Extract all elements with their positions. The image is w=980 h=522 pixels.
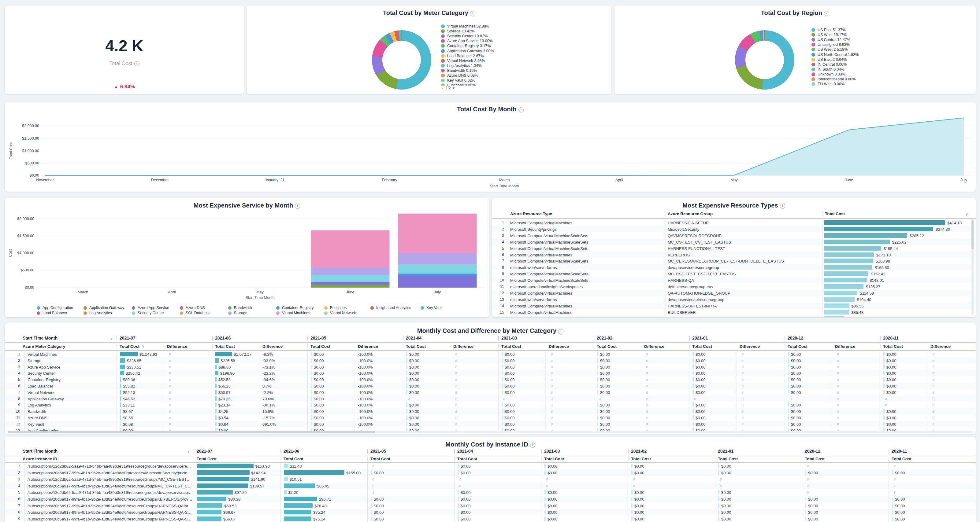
- cost-bar[interactable]: [824, 284, 864, 289]
- cost-bar[interactable]: [824, 303, 849, 308]
- month-header[interactable]: 2021-02: [597, 336, 612, 341]
- bar-segment-storage[interactable]: [398, 253, 477, 265]
- cost-bar[interactable]: [311, 415, 312, 420]
- cost-bar[interactable]: [406, 384, 407, 388]
- cost-bar[interactable]: [502, 377, 503, 382]
- meter-category-cell[interactable]: Container Registry: [27, 378, 113, 382]
- cost-bar[interactable]: [544, 510, 546, 514]
- meter-category-donut[interactable]: [372, 30, 431, 90]
- cost-bar[interactable]: [805, 517, 806, 521]
- resource-group-cell[interactable]: BUILDSERVER: [668, 310, 820, 315]
- legend-item[interactable]: SQL Database: [180, 311, 211, 315]
- legend-item[interactable]: US Central 12.47%: [811, 37, 940, 42]
- cost-bar[interactable]: [311, 422, 312, 426]
- cost-bar[interactable]: [284, 503, 313, 508]
- cost-bar[interactable]: [120, 358, 125, 363]
- cost-bar[interactable]: [805, 497, 806, 501]
- cost-bar[interactable]: [892, 510, 893, 514]
- meter-category-cell[interactable]: Virtual Machines: [27, 352, 113, 357]
- cost-bar[interactable]: [215, 403, 216, 407]
- cost-bar[interactable]: [284, 470, 344, 475]
- month-header[interactable]: 2021-07: [197, 449, 212, 454]
- cost-bar[interactable]: [692, 365, 694, 369]
- legend-item[interactable]: Key Vault: [420, 306, 442, 310]
- cost-bar[interactable]: [371, 517, 372, 521]
- cost-bar[interactable]: [502, 358, 503, 363]
- total-cost-header[interactable]: Total Cost: [788, 344, 808, 349]
- legend-item[interactable]: Azure App Service: [132, 306, 169, 310]
- legend-item[interactable]: US East 2 0.94%: [811, 57, 940, 62]
- cost-bar[interactable]: [805, 470, 806, 475]
- legend-item[interactable]: IN Central 0.06%: [811, 62, 940, 67]
- resource-type-cell[interactable]: Microsoft.Compute/virtualMachines: [510, 291, 663, 295]
- cost-bar[interactable]: [883, 377, 885, 382]
- cost-bar[interactable]: [597, 377, 598, 382]
- cost-bar[interactable]: [120, 371, 124, 375]
- resource-group-cell[interactable]: QA-AUTOMATION-EDGE_GROUP: [668, 291, 820, 295]
- cost-bar[interactable]: [197, 510, 221, 514]
- cost-bar[interactable]: [120, 422, 121, 426]
- instance-id-cell[interactable]: /subscriptions/20d6a917-99fa-4b1b-9b2e-a…: [27, 517, 193, 521]
- cost-bar[interactable]: [120, 409, 121, 414]
- cost-bar[interactable]: [458, 497, 459, 501]
- cost-bar[interactable]: [120, 365, 125, 369]
- region-donut[interactable]: [735, 30, 794, 90]
- column-header[interactable]: Azure Resource Type: [510, 211, 552, 216]
- resource-group-cell[interactable]: KERBEROS: [668, 253, 820, 257]
- total-cost-header[interactable]: Total Cost: [215, 344, 235, 349]
- legend-item[interactable]: IN South 0.04%: [811, 67, 940, 72]
- cost-bar[interactable]: [824, 221, 945, 225]
- resource-type-cell[interactable]: Microsoft.Compute/virtualMachineScaleSet…: [510, 246, 663, 251]
- cost-bar[interactable]: [120, 384, 121, 388]
- cost-bar[interactable]: [824, 278, 867, 282]
- cost-bar[interactable]: [197, 497, 226, 501]
- cost-bar[interactable]: [502, 390, 503, 395]
- cost-bar[interactable]: [805, 510, 806, 514]
- cost-bar[interactable]: [718, 463, 719, 468]
- cost-bar[interactable]: [631, 510, 633, 514]
- cost-bar[interactable]: [824, 246, 881, 251]
- cost-bar[interactable]: [406, 352, 407, 356]
- legend-item[interactable]: Application Gateway 3.00%: [441, 48, 570, 53]
- resource-group-cell[interactable]: HARNESS-QA-SETUP: [668, 221, 820, 225]
- legend-item[interactable]: US North Central 1.82%: [811, 52, 940, 57]
- month-header[interactable]: 2021-03: [501, 336, 517, 341]
- total-cost-header[interactable]: Total Cost: [371, 457, 390, 461]
- cost-bar[interactable]: [197, 477, 249, 481]
- cost-bar[interactable]: [631, 463, 633, 468]
- cost-bar[interactable]: [406, 371, 407, 375]
- cost-bar[interactable]: [692, 415, 694, 420]
- cost-bar[interactable]: [284, 497, 317, 501]
- cost-bar[interactable]: [788, 377, 789, 382]
- resource-type-cell[interactable]: microsoft.web/serverfarms: [510, 317, 663, 317]
- cost-bar[interactable]: [406, 358, 407, 363]
- cost-bar[interactable]: [284, 510, 311, 514]
- meter-category-cell[interactable]: Storage: [27, 359, 113, 363]
- month-header[interactable]: 2021-04: [406, 336, 422, 341]
- column-header[interactable]: Azure Resource Group: [668, 211, 713, 216]
- scrollbar-thumb[interactable]: [8, 431, 375, 433]
- cost-bar[interactable]: [883, 358, 885, 363]
- cost-bar[interactable]: [120, 403, 121, 407]
- cost-bar[interactable]: [597, 403, 598, 407]
- instance-id-cell[interactable]: /subscriptions/20d6a917-99fa-4b1b-9b2e-a…: [27, 504, 193, 508]
- cost-bar[interactable]: [311, 403, 312, 407]
- difference-header[interactable]: Difference: [931, 344, 951, 349]
- cost-bar[interactable]: [883, 384, 885, 388]
- legend-item[interactable]: Storage: [228, 311, 247, 315]
- resource-group-cell[interactable]: devappserviceresourcegroup: [668, 265, 820, 270]
- cost-bar[interactable]: [215, 358, 219, 363]
- legend-pager[interactable]: ▲ 1/2 ▼: [441, 86, 455, 90]
- cost-bar[interactable]: [692, 384, 694, 388]
- info-icon[interactable]: [470, 11, 475, 16]
- cost-bar[interactable]: [892, 470, 893, 475]
- cost-bar[interactable]: [120, 352, 138, 356]
- difference-header[interactable]: Difference: [262, 344, 283, 349]
- legend-item[interactable]: Functions 0.00%: [441, 83, 570, 86]
- month-header[interactable]: 2021-07: [119, 336, 135, 341]
- cost-bar[interactable]: [371, 470, 372, 475]
- cost-bar[interactable]: [544, 517, 546, 521]
- legend-item[interactable]: Container Registry: [276, 306, 314, 310]
- cost-bar[interactable]: [502, 409, 503, 414]
- cost-bar[interactable]: [631, 490, 633, 495]
